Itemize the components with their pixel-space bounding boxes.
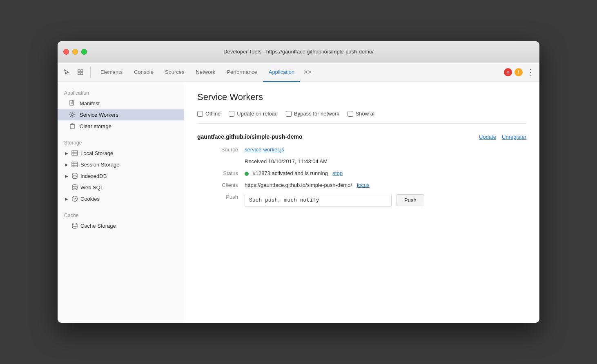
session-storage-label: Session Storage <box>80 162 119 168</box>
cache-storage-label: Cache Storage <box>80 223 116 229</box>
tab-elements[interactable]: Elements <box>95 63 128 82</box>
cursor-icon[interactable] <box>61 67 72 78</box>
status-text: #12873 activated and is running <box>253 170 328 176</box>
expand-arrow-cookies: ▶ <box>64 196 69 201</box>
service-workers-label: Service Workers <box>80 112 118 118</box>
offline-checkbox-label[interactable]: Offline <box>197 111 221 117</box>
push-button[interactable]: Push <box>397 194 424 206</box>
show-all-checkbox[interactable] <box>348 111 353 117</box>
grid-icon-session <box>71 161 78 168</box>
db-icon-cache <box>71 222 78 229</box>
sidebar-item-indexeddb[interactable]: ▶ IndexedDB <box>58 170 184 182</box>
svg-rect-13 <box>72 151 78 155</box>
sidebar-section-cache: Cache <box>58 209 184 220</box>
svg-rect-2 <box>78 73 80 75</box>
push-label: Push <box>205 194 238 206</box>
sidebar: Application Manifest <box>58 82 184 323</box>
source-label: Source <box>205 146 238 153</box>
offline-label: Offline <box>205 111 221 117</box>
tab-application[interactable]: Application <box>263 63 301 82</box>
devtools-window: Developer Tools - https://gauntface.gith… <box>58 41 539 323</box>
sidebar-item-manifest[interactable]: Manifest <box>58 98 184 109</box>
traffic-lights <box>63 49 87 55</box>
more-options-button[interactable]: ⋮ <box>525 68 536 77</box>
content-panel: Service Workers Offline Update on reload… <box>184 82 539 323</box>
toolbar: Elements Console Sources Network Perform… <box>58 62 539 82</box>
sidebar-item-session-storage[interactable]: ▶ Session Storage <box>58 159 184 170</box>
close-button[interactable] <box>63 49 69 55</box>
svg-rect-8 <box>70 124 74 129</box>
svg-rect-3 <box>81 73 83 75</box>
tab-performance[interactable]: Performance <box>221 63 263 82</box>
local-storage-label: Local Storage <box>80 150 113 156</box>
svg-point-26 <box>74 200 75 200</box>
svg-point-25 <box>75 198 76 199</box>
svg-point-28 <box>72 223 77 225</box>
svg-point-27 <box>76 200 76 200</box>
maximize-button[interactable] <box>81 49 87 55</box>
update-on-reload-checkbox[interactable] <box>229 111 234 117</box>
inspect-icon[interactable] <box>75 67 86 78</box>
svg-rect-1 <box>81 70 83 72</box>
sidebar-item-local-storage[interactable]: ▶ Local Storage <box>58 147 184 159</box>
show-all-label: Show all <box>356 111 376 117</box>
more-tabs-button[interactable]: >> <box>300 62 314 82</box>
expand-arrow-session-storage: ▶ <box>64 162 69 167</box>
update-link[interactable]: Update <box>479 134 496 140</box>
minimize-button[interactable] <box>72 49 78 55</box>
sidebar-section-storage: Storage <box>58 137 184 147</box>
panel-title: Service Workers <box>197 92 526 102</box>
sw-origin-row: gauntface.github.io/simple-push-demo Upd… <box>197 133 526 140</box>
clear-storage-label: Clear storage <box>80 123 111 129</box>
main-layout: Application Manifest <box>58 82 539 323</box>
status-value: #12873 activated and is running stop <box>245 170 526 176</box>
tab-console[interactable]: Console <box>128 63 159 82</box>
bypass-for-network-checkbox-label[interactable]: Bypass for network <box>286 111 339 117</box>
toolbar-icon-group <box>61 67 91 78</box>
titlebar: Developer Tools - https://gauntface.gith… <box>58 41 539 62</box>
svg-point-7 <box>71 114 74 116</box>
tab-sources[interactable]: Sources <box>159 63 190 82</box>
cookies-label: Cookies <box>80 196 100 202</box>
received-value: Received 10/10/2017, 11:43:04 AM <box>245 158 526 164</box>
expand-arrow-local-storage: ▶ <box>64 151 69 155</box>
status-dot-green <box>245 172 249 176</box>
expand-arrow-indexeddb: ▶ <box>64 173 69 178</box>
bypass-for-network-label: Bypass for network <box>294 111 339 117</box>
update-on-reload-checkbox-label[interactable]: Update on reload <box>229 111 278 117</box>
stop-link[interactable]: stop <box>333 170 343 176</box>
web-sql-label: Web SQL <box>80 184 103 191</box>
db-icon-indexed <box>71 173 78 179</box>
clients-url: https://gauntface.github.io/simple-push-… <box>245 182 352 188</box>
options-row: Offline Update on reload Bypass for netw… <box>197 111 526 124</box>
focus-link[interactable]: focus <box>357 182 370 188</box>
sw-actions: Update Unregister <box>479 134 526 140</box>
push-input[interactable] <box>245 194 392 206</box>
sidebar-item-cookies[interactable]: ▶ Cookies <box>58 193 184 204</box>
sw-detail-table: Source service-worker.js Received 10/10/… <box>197 146 526 206</box>
svg-point-23 <box>72 196 78 202</box>
status-label: Status <box>205 170 238 176</box>
gear-icon <box>69 111 76 118</box>
bypass-for-network-checkbox[interactable] <box>286 111 292 117</box>
update-on-reload-label: Update on reload <box>237 111 278 117</box>
source-value: service-worker.js <box>245 146 526 153</box>
svg-rect-0 <box>78 70 80 72</box>
sidebar-item-service-workers[interactable]: Service Workers <box>58 109 184 120</box>
svg-point-24 <box>74 198 74 198</box>
offline-checkbox[interactable] <box>197 111 203 117</box>
sw-origin-text: gauntface.github.io/simple-push-demo <box>197 133 302 140</box>
tab-bar: Elements Console Sources Network Perform… <box>95 62 314 82</box>
trash-icon <box>69 123 76 129</box>
unregister-link[interactable]: Unregister <box>502 134 526 140</box>
sidebar-item-clear-storage[interactable]: Clear storage <box>58 120 184 132</box>
source-link[interactable]: service-worker.js <box>245 146 284 153</box>
indexeddb-label: IndexedDB <box>80 173 107 179</box>
show-all-checkbox-label[interactable]: Show all <box>348 111 376 117</box>
sidebar-item-web-sql[interactable]: Web SQL <box>58 182 184 193</box>
tab-network[interactable]: Network <box>190 63 221 82</box>
error-badge: × <box>504 68 512 76</box>
toolbar-right: × ! ⋮ <box>504 68 536 77</box>
sidebar-item-cache-storage[interactable]: Cache Storage <box>58 220 184 231</box>
sidebar-section-application: Application <box>58 87 184 98</box>
